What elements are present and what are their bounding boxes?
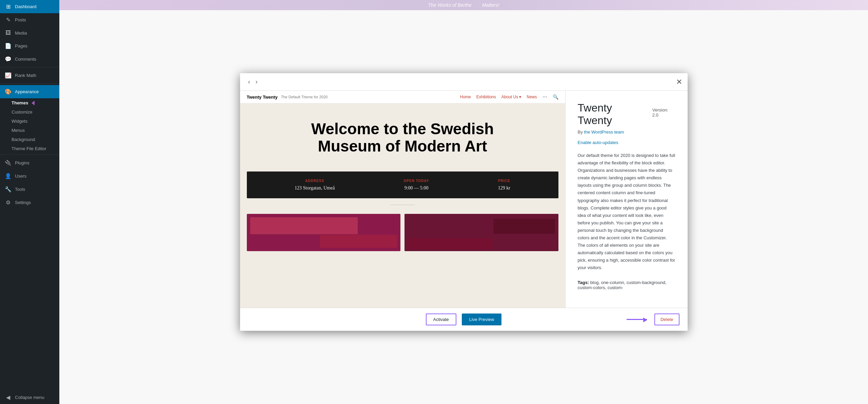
sidebar-item-customize[interactable]: Customize bbox=[0, 107, 59, 117]
address-label: ADDRESS bbox=[295, 179, 335, 183]
nav-about-us: About Us ▾ bbox=[501, 95, 521, 99]
sidebar-item-label: Dashboard bbox=[15, 4, 37, 9]
price-value: 129 kr bbox=[498, 185, 510, 191]
delete-arrow-annotation bbox=[627, 319, 647, 320]
price-label: PRICE bbox=[498, 179, 510, 183]
modal-header: ‹ › ✕ bbox=[240, 73, 688, 91]
preview-hero: Welcome to the Swedish Museum of Modern … bbox=[240, 103, 565, 171]
rank-math-icon: 📈 bbox=[5, 72, 12, 79]
gallery-block bbox=[408, 238, 492, 249]
address-value: 123 Storgatan, Umeå bbox=[295, 185, 335, 191]
sidebar-item-label: Comments bbox=[15, 57, 36, 62]
theme-tags: Tags: blog, one-column, custom-backgroun… bbox=[578, 280, 675, 290]
hours-label: OPEN TODAY bbox=[404, 179, 429, 183]
posts-icon: ✎ bbox=[5, 17, 12, 23]
theme-title-row: Twenty Twenty Version: 2.0 bbox=[578, 102, 675, 127]
nav-news: News bbox=[527, 95, 537, 99]
sidebar-item-theme-file-editor[interactable]: Theme File Editor bbox=[0, 144, 59, 153]
sidebar-item-appearance[interactable]: 🎨 Appearance bbox=[0, 85, 59, 98]
preview-divider: —————— bbox=[240, 198, 565, 211]
sidebar-item-rank-math[interactable]: 📈 Rank Math bbox=[0, 69, 59, 82]
sidebar-item-label: Pages bbox=[15, 43, 27, 48]
by-label: By bbox=[578, 129, 583, 135]
delete-button[interactable]: Delete bbox=[654, 314, 679, 325]
sidebar-item-media[interactable]: 🖼 Media bbox=[0, 26, 59, 39]
search-icon: 🔍 bbox=[553, 94, 558, 100]
comments-icon: 💬 bbox=[5, 56, 12, 62]
appearance-icon: 🎨 bbox=[5, 88, 12, 95]
dashboard-icon: ⊞ bbox=[5, 3, 12, 10]
info-price: PRICE 129 kr bbox=[498, 179, 510, 191]
sidebar-item-label: Settings bbox=[15, 200, 31, 205]
modal-body: Twenty Twenty The Default Theme for 2020… bbox=[240, 91, 688, 308]
tags-values: blog, one-column, custom-background, cus… bbox=[578, 280, 667, 290]
preview-info-bar: ADDRESS 123 Storgatan, Umeå OPEN TODAY 9… bbox=[247, 171, 558, 198]
sidebar-item-collapse[interactable]: ◀ Collapse menu bbox=[0, 391, 59, 404]
tools-icon: 🔧 bbox=[5, 186, 12, 193]
nav-exhibitions: Exhibitions bbox=[476, 95, 496, 99]
themes-arrow-icon bbox=[32, 101, 35, 105]
sidebar-item-posts[interactable]: ✎ Posts bbox=[0, 13, 59, 26]
divider bbox=[0, 155, 59, 155]
gallery-item-1 bbox=[247, 214, 401, 251]
preview-hero-title: Welcome to the Swedish Museum of Modern … bbox=[308, 120, 497, 155]
theme-modal: ‹ › ✕ Twenty Twenty The Default Theme fo… bbox=[240, 73, 688, 331]
sidebar-item-pages[interactable]: 📄 Pages bbox=[0, 39, 59, 53]
theme-version: Version: 2.0 bbox=[652, 107, 675, 118]
hours-value: 9:00 — 5:00 bbox=[404, 185, 429, 191]
modal-footer: Activate Live Preview Delete bbox=[240, 308, 688, 331]
sidebar-item-comments[interactable]: 💬 Comments bbox=[0, 53, 59, 66]
preview-site-tagline: The Default Theme for 2020 bbox=[281, 95, 328, 99]
back-button[interactable]: ‹ bbox=[245, 77, 253, 87]
forward-button[interactable]: › bbox=[253, 77, 260, 87]
settings-icon: ⚙ bbox=[5, 199, 12, 206]
preview-nav: Home Exhibitions About Us ▾ News ⋯ 🔍 bbox=[460, 94, 558, 100]
sidebar-item-label: Media bbox=[15, 31, 27, 36]
auto-updates-link[interactable]: Enable auto-updates bbox=[578, 140, 675, 145]
sidebar: ⊞ Dashboard ✎ Posts 🖼 Media 📄 Pages 💬 Co… bbox=[0, 0, 59, 404]
users-icon: 👤 bbox=[5, 173, 12, 179]
sidebar-item-menus[interactable]: Menus bbox=[0, 126, 59, 135]
sidebar-item-widgets[interactable]: Widgets bbox=[0, 117, 59, 126]
activate-button[interactable]: Activate bbox=[426, 314, 456, 325]
arrow-shape bbox=[627, 319, 647, 320]
theme-name: Twenty Twenty bbox=[578, 102, 648, 127]
gallery-block bbox=[493, 219, 555, 234]
sidebar-item-label: Rank Math bbox=[15, 73, 36, 78]
sidebar-item-label: Users bbox=[15, 174, 26, 179]
close-button[interactable]: ✕ bbox=[676, 78, 682, 86]
live-preview-button[interactable]: Live Preview bbox=[462, 314, 502, 325]
plugins-icon: 🔌 bbox=[5, 160, 12, 166]
theme-author: By the WordPress team bbox=[578, 129, 675, 135]
nav-home: Home bbox=[460, 95, 471, 99]
preview-gallery bbox=[240, 214, 565, 251]
theme-description: Our default theme for 2020 is designed t… bbox=[578, 152, 675, 272]
theme-info-panel: Twenty Twenty Version: 2.0 By the WordPr… bbox=[566, 91, 688, 308]
sidebar-submenu: Themes bbox=[0, 98, 59, 107]
media-icon: 🖼 bbox=[5, 30, 12, 36]
divider bbox=[0, 83, 59, 84]
info-address: ADDRESS 123 Storgatan, Umeå bbox=[295, 179, 335, 191]
sidebar-item-background[interactable]: Background bbox=[0, 135, 59, 144]
sidebar-item-label: Tools bbox=[15, 187, 25, 192]
pages-icon: 📄 bbox=[5, 43, 12, 49]
gallery-block bbox=[250, 217, 358, 234]
collapse-icon: ◀ bbox=[5, 394, 12, 401]
sidebar-item-label: Posts bbox=[15, 17, 26, 22]
sidebar-item-settings[interactable]: ⚙ Settings bbox=[0, 196, 59, 209]
main-area: The Works of Berthe Matters! ‹ › ✕ Twent… bbox=[59, 0, 868, 404]
divider bbox=[0, 67, 59, 67]
info-hours: OPEN TODAY 9:00 — 5:00 bbox=[404, 179, 429, 191]
sidebar-item-dashboard[interactable]: ⊞ Dashboard bbox=[0, 0, 59, 13]
preview-site-header: Twenty Twenty The Default Theme for 2020… bbox=[240, 91, 565, 103]
modal-overlay: The Works of Berthe Matters! ‹ › ✕ Twent… bbox=[59, 0, 868, 404]
sidebar-item-label: Collapse menu bbox=[15, 395, 44, 400]
sidebar-item-themes[interactable]: Themes bbox=[0, 98, 39, 107]
sidebar-item-plugins[interactable]: 🔌 Plugins bbox=[0, 156, 59, 169]
author-link[interactable]: the WordPress team bbox=[584, 129, 624, 135]
gallery-item-2 bbox=[405, 214, 558, 251]
sidebar-item-users[interactable]: 👤 Users bbox=[0, 169, 59, 183]
sidebar-item-tools[interactable]: 🔧 Tools bbox=[0, 183, 59, 196]
theme-preview-panel: Twenty Twenty The Default Theme for 2020… bbox=[240, 91, 566, 308]
preview-site-title: Twenty Twenty bbox=[247, 95, 278, 100]
